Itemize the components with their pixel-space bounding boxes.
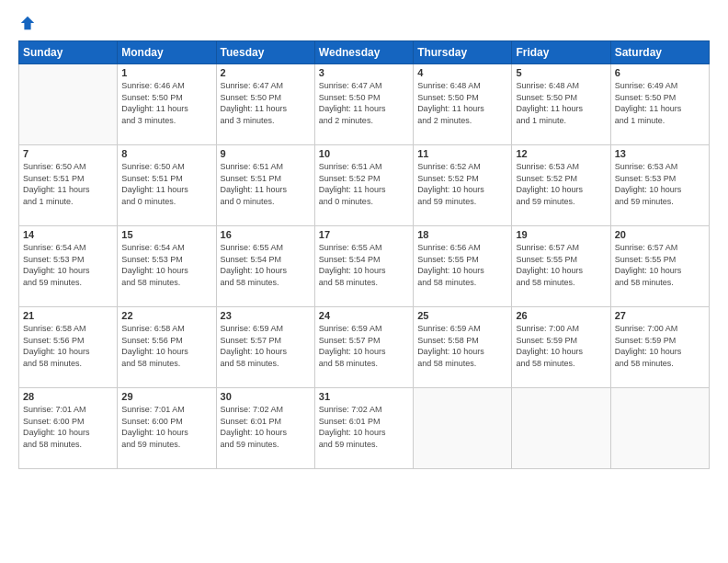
page: SundayMondayTuesdayWednesdayThursdayFrid… [0, 0, 728, 563]
day-info: Sunrise: 6:57 AM Sunset: 5:55 PM Dayligh… [516, 242, 606, 288]
calendar-week-row: 21Sunrise: 6:58 AM Sunset: 5:56 PM Dayli… [19, 307, 710, 388]
calendar-week-row: 7Sunrise: 6:50 AM Sunset: 5:51 PM Daylig… [19, 145, 710, 226]
day-info: Sunrise: 6:59 AM Sunset: 5:57 PM Dayligh… [221, 323, 311, 369]
day-number: 8 [121, 148, 211, 159]
day-info: Sunrise: 6:54 AM Sunset: 5:53 PM Dayligh… [23, 242, 113, 288]
day-number: 20 [615, 229, 705, 240]
calendar-table: SundayMondayTuesdayWednesdayThursdayFrid… [18, 40, 710, 469]
day-number: 29 [121, 391, 211, 402]
day-number: 16 [221, 229, 311, 240]
calendar-cell: 5Sunrise: 6:48 AM Sunset: 5:50 PM Daylig… [512, 64, 610, 145]
day-number: 18 [417, 229, 507, 240]
calendar-cell: 10Sunrise: 6:51 AM Sunset: 5:52 PM Dayli… [314, 145, 413, 226]
day-info: Sunrise: 7:02 AM Sunset: 6:01 PM Dayligh… [221, 404, 311, 450]
calendar-cell: 2Sunrise: 6:47 AM Sunset: 5:50 PM Daylig… [216, 64, 314, 145]
calendar-cell: 22Sunrise: 6:58 AM Sunset: 5:56 PM Dayli… [118, 307, 216, 388]
day-info: Sunrise: 6:55 AM Sunset: 5:54 PM Dayligh… [319, 242, 409, 288]
day-info: Sunrise: 6:53 AM Sunset: 5:52 PM Dayligh… [516, 161, 606, 207]
day-info: Sunrise: 6:48 AM Sunset: 5:50 PM Dayligh… [516, 80, 606, 126]
day-number: 10 [319, 148, 409, 159]
day-info: Sunrise: 7:01 AM Sunset: 6:00 PM Dayligh… [23, 404, 113, 450]
day-info: Sunrise: 6:50 AM Sunset: 5:51 PM Dayligh… [121, 161, 211, 207]
day-number: 31 [319, 391, 409, 402]
day-info: Sunrise: 6:49 AM Sunset: 5:50 PM Dayligh… [615, 80, 705, 126]
calendar-cell: 21Sunrise: 6:58 AM Sunset: 5:56 PM Dayli… [19, 307, 118, 388]
calendar-cell: 27Sunrise: 7:00 AM Sunset: 5:59 PM Dayli… [610, 307, 709, 388]
day-info: Sunrise: 7:00 AM Sunset: 5:59 PM Dayligh… [516, 323, 606, 369]
day-number: 21 [23, 310, 113, 321]
day-info: Sunrise: 7:00 AM Sunset: 5:59 PM Dayligh… [615, 323, 705, 369]
weekday-header-saturday: Saturday [610, 41, 709, 64]
day-number: 2 [221, 67, 311, 78]
day-number: 17 [319, 229, 409, 240]
day-info: Sunrise: 6:48 AM Sunset: 5:50 PM Dayligh… [417, 80, 507, 126]
day-number: 26 [516, 310, 606, 321]
day-number: 27 [615, 310, 705, 321]
day-number: 22 [121, 310, 211, 321]
day-info: Sunrise: 6:52 AM Sunset: 5:52 PM Dayligh… [417, 161, 507, 207]
day-info: Sunrise: 6:59 AM Sunset: 5:58 PM Dayligh… [417, 323, 507, 369]
calendar-cell: 16Sunrise: 6:55 AM Sunset: 5:54 PM Dayli… [216, 226, 314, 307]
day-number: 28 [23, 391, 113, 402]
calendar-cell: 30Sunrise: 7:02 AM Sunset: 6:01 PM Dayli… [216, 388, 314, 469]
day-number: 12 [516, 148, 606, 159]
calendar-cell: 11Sunrise: 6:52 AM Sunset: 5:52 PM Dayli… [414, 145, 512, 226]
weekday-header-monday: Monday [118, 41, 216, 64]
calendar-cell: 26Sunrise: 7:00 AM Sunset: 5:59 PM Dayli… [512, 307, 610, 388]
logo-icon [19, 15, 36, 31]
calendar-cell: 12Sunrise: 6:53 AM Sunset: 5:52 PM Dayli… [512, 145, 610, 226]
calendar-cell: 15Sunrise: 6:54 AM Sunset: 5:53 PM Dayli… [118, 226, 216, 307]
day-info: Sunrise: 6:51 AM Sunset: 5:51 PM Dayligh… [221, 161, 311, 207]
day-number: 4 [417, 67, 507, 78]
day-info: Sunrise: 6:58 AM Sunset: 5:56 PM Dayligh… [121, 323, 211, 369]
day-info: Sunrise: 6:57 AM Sunset: 5:55 PM Dayligh… [615, 242, 705, 288]
calendar-cell: 25Sunrise: 6:59 AM Sunset: 5:58 PM Dayli… [414, 307, 512, 388]
calendar-cell: 6Sunrise: 6:49 AM Sunset: 5:50 PM Daylig… [610, 64, 709, 145]
day-info: Sunrise: 6:50 AM Sunset: 5:51 PM Dayligh… [23, 161, 113, 207]
calendar-cell: 31Sunrise: 7:02 AM Sunset: 6:01 PM Dayli… [314, 388, 413, 469]
header [18, 15, 710, 31]
weekday-header-tuesday: Tuesday [216, 41, 314, 64]
weekday-header-sunday: Sunday [19, 41, 118, 64]
day-number: 5 [516, 67, 606, 78]
calendar-cell: 29Sunrise: 7:01 AM Sunset: 6:00 PM Dayli… [118, 388, 216, 469]
logo [18, 15, 37, 31]
calendar-cell: 8Sunrise: 6:50 AM Sunset: 5:51 PM Daylig… [118, 145, 216, 226]
calendar-header-row: SundayMondayTuesdayWednesdayThursdayFrid… [19, 41, 710, 64]
day-info: Sunrise: 6:47 AM Sunset: 5:50 PM Dayligh… [221, 80, 311, 126]
calendar-cell: 23Sunrise: 6:59 AM Sunset: 5:57 PM Dayli… [216, 307, 314, 388]
day-info: Sunrise: 6:59 AM Sunset: 5:57 PM Dayligh… [319, 323, 409, 369]
calendar-cell: 4Sunrise: 6:48 AM Sunset: 5:50 PM Daylig… [414, 64, 512, 145]
day-info: Sunrise: 6:51 AM Sunset: 5:52 PM Dayligh… [319, 161, 409, 207]
calendar-cell: 3Sunrise: 6:47 AM Sunset: 5:50 PM Daylig… [314, 64, 413, 145]
day-number: 14 [23, 229, 113, 240]
svg-marker-0 [21, 17, 34, 29]
calendar-cell: 7Sunrise: 6:50 AM Sunset: 5:51 PM Daylig… [19, 145, 118, 226]
day-info: Sunrise: 6:55 AM Sunset: 5:54 PM Dayligh… [221, 242, 311, 288]
day-number: 6 [615, 67, 705, 78]
calendar-cell: 1Sunrise: 6:46 AM Sunset: 5:50 PM Daylig… [118, 64, 216, 145]
day-info: Sunrise: 6:46 AM Sunset: 5:50 PM Dayligh… [121, 80, 211, 126]
day-info: Sunrise: 7:01 AM Sunset: 6:00 PM Dayligh… [121, 404, 211, 450]
calendar-cell: 9Sunrise: 6:51 AM Sunset: 5:51 PM Daylig… [216, 145, 314, 226]
calendar-cell [610, 388, 709, 469]
day-number: 11 [417, 148, 507, 159]
day-info: Sunrise: 6:47 AM Sunset: 5:50 PM Dayligh… [319, 80, 409, 126]
day-number: 15 [121, 229, 211, 240]
weekday-header-thursday: Thursday [414, 41, 512, 64]
weekday-header-wednesday: Wednesday [314, 41, 413, 64]
calendar-cell: 17Sunrise: 6:55 AM Sunset: 5:54 PM Dayli… [314, 226, 413, 307]
day-number: 1 [121, 67, 211, 78]
day-number: 25 [417, 310, 507, 321]
day-info: Sunrise: 7:02 AM Sunset: 6:01 PM Dayligh… [319, 404, 409, 450]
weekday-header-friday: Friday [512, 41, 610, 64]
day-number: 3 [319, 67, 409, 78]
day-number: 23 [221, 310, 311, 321]
calendar-cell: 20Sunrise: 6:57 AM Sunset: 5:55 PM Dayli… [610, 226, 709, 307]
calendar-week-row: 14Sunrise: 6:54 AM Sunset: 5:53 PM Dayli… [19, 226, 710, 307]
day-number: 30 [221, 391, 311, 402]
calendar-cell [19, 64, 118, 145]
calendar-cell: 18Sunrise: 6:56 AM Sunset: 5:55 PM Dayli… [414, 226, 512, 307]
calendar-cell: 24Sunrise: 6:59 AM Sunset: 5:57 PM Dayli… [314, 307, 413, 388]
day-number: 9 [221, 148, 311, 159]
